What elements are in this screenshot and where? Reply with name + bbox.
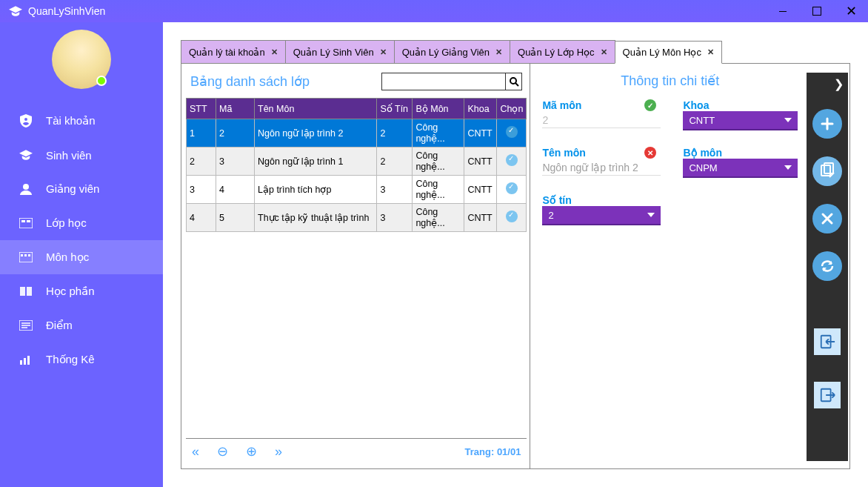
- svg-rect-6: [24, 254, 27, 256]
- plus-icon: [819, 116, 835, 132]
- label-ma-mon: Mã môn: [542, 99, 581, 111]
- add-button[interactable]: [812, 109, 842, 139]
- sidebar-item-lop-hoc[interactable]: Lớp học: [0, 206, 163, 240]
- column-header-bo-mon[interactable]: Bộ Môn: [413, 99, 464, 119]
- sidebar-item-hoc-phan[interactable]: Học phần: [0, 274, 163, 308]
- cell-bomon: Công nghệ...: [413, 204, 464, 232]
- minimize-button[interactable]: [766, 0, 800, 22]
- tab-close-icon[interactable]: ✕: [707, 47, 714, 57]
- sidebar-item-diem[interactable]: Điểm: [0, 308, 163, 342]
- tab-close-icon[interactable]: ✕: [601, 47, 607, 57]
- table-row[interactable]: 4 5 Thực tập kỹ thuật lập trình 3 Công n…: [187, 204, 527, 232]
- copy-edit-icon: [818, 162, 836, 180]
- search-button[interactable]: [505, 73, 521, 90]
- sidebar-item-label: Lớp học: [46, 216, 87, 230]
- tab-label: Quản Lý Lớp Học: [518, 47, 595, 58]
- sidebar-item-label: Thống Kê: [46, 353, 95, 366]
- export-button[interactable]: [814, 382, 841, 408]
- cell-sotin: 2: [377, 148, 413, 176]
- select-bo-mon[interactable]: CNPM: [683, 159, 798, 178]
- arrow-out-icon: [819, 387, 835, 403]
- cell-chon[interactable]: [497, 119, 527, 148]
- maximize-button[interactable]: [800, 0, 834, 22]
- close-button[interactable]: ✕: [834, 0, 868, 22]
- import-button[interactable]: [814, 328, 841, 355]
- online-status-icon: [96, 76, 107, 86]
- table-row[interactable]: 2 3 Ngôn ngữ lập trình 1 2 Công nghệ... …: [187, 148, 527, 176]
- pager-prev-button[interactable]: ⊖: [217, 443, 228, 460]
- cell-bomon: Công nghệ...: [413, 148, 464, 176]
- shield-user-icon: [18, 114, 34, 127]
- pager-first-button[interactable]: «: [192, 444, 199, 460]
- column-header-chon[interactable]: Chọn: [497, 99, 527, 119]
- cell-sotin: 3: [377, 204, 413, 232]
- tab-quan-ly-sinh-vien[interactable]: Quản Lý Sinh Viên ✕: [285, 40, 395, 63]
- refresh-icon: [820, 259, 835, 274]
- duplicate-button[interactable]: [812, 156, 842, 186]
- column-header-khoa[interactable]: Khoa: [464, 99, 497, 119]
- column-header-ma[interactable]: Mã: [216, 99, 255, 119]
- data-table: STT Mã Tên Môn Số Tín Bộ Môn Khoa Chọn 1: [186, 98, 527, 232]
- column-header-ten-mon[interactable]: Tên Môn: [255, 99, 377, 119]
- cell-ten: Lập trình tích hợp: [255, 176, 377, 204]
- value-ten-mon[interactable]: Ngôn ngữ lập trình 2: [542, 162, 661, 176]
- svg-rect-9: [20, 360, 22, 365]
- avatar[interactable]: [52, 30, 111, 89]
- tab-close-icon[interactable]: ✕: [380, 47, 387, 57]
- svg-rect-2: [21, 220, 25, 222]
- pager-last-button[interactable]: »: [275, 444, 282, 460]
- content-area: Quản lý tài khoản ✕ Quản Lý Sinh Viên ✕ …: [163, 22, 868, 487]
- cell-chon[interactable]: [497, 204, 527, 232]
- tab-quan-ly-tai-khoan[interactable]: Quản lý tài khoản ✕: [181, 40, 286, 63]
- svg-point-12: [510, 78, 516, 84]
- cell-khoa: CNTT: [464, 119, 497, 148]
- detail-panel: Thông tin chi tiết Mã môn ✓ 2 Khoa CNTT: [530, 64, 849, 468]
- pager-next-button[interactable]: ⊕: [246, 443, 257, 460]
- sidebar-item-giang-vien[interactable]: Giảng viên: [0, 172, 163, 206]
- label-so-tin: Số tín: [542, 194, 571, 206]
- table-row[interactable]: 3 4 Lập trình tích hợp 3 Công nghệ... CN…: [187, 176, 527, 204]
- field-khoa: Khoa CNTT: [683, 99, 798, 130]
- tab-label: Quản Lý Sinh Viên: [293, 47, 374, 58]
- cell-chon[interactable]: [497, 148, 527, 176]
- sidebar-item-mon-hoc[interactable]: Môn học: [0, 240, 163, 274]
- sidebar-item-sinh-vien[interactable]: Sinh viên: [0, 138, 163, 172]
- pager-bar: « ⊖ ⊕ » Trang: 01/01: [186, 438, 527, 464]
- expand-strip-button[interactable]: ❯: [834, 77, 848, 91]
- tab-quan-ly-mon-hoc[interactable]: Quản Lý Môn Học ✕: [615, 41, 722, 64]
- tab-quan-ly-giang-vien[interactable]: Quản Lý Giảng Viên ✕: [394, 40, 510, 63]
- cell-ma: 2: [216, 119, 255, 148]
- sidebar-item-label: Môn học: [46, 251, 89, 264]
- tab-close-icon[interactable]: ✕: [495, 47, 502, 57]
- field-ma-mon: Mã môn ✓ 2: [542, 99, 661, 130]
- tab-quan-ly-lop-hoc[interactable]: Quản Lý Lớp Học ✕: [510, 40, 615, 63]
- cell-stt: 1: [187, 119, 216, 148]
- book-icon: [18, 285, 34, 298]
- column-header-stt[interactable]: STT: [187, 99, 216, 119]
- chart-icon: [18, 353, 34, 366]
- search-input[interactable]: [382, 73, 505, 90]
- sidebar-item-thong-ke[interactable]: Thống Kê: [0, 342, 163, 377]
- select-so-tin[interactable]: 2: [542, 206, 661, 225]
- svg-rect-3: [27, 220, 30, 222]
- user-icon: [18, 182, 34, 196]
- score-icon: [18, 319, 34, 332]
- check-icon: [506, 154, 518, 166]
- value-ma-mon[interactable]: 2: [542, 114, 661, 128]
- delete-button[interactable]: [812, 204, 842, 233]
- cell-stt: 2: [187, 148, 216, 176]
- list-panel: Bảng danh sách lớp STT Mã Tên Môn: [181, 64, 530, 468]
- cell-chon[interactable]: [497, 176, 527, 204]
- cell-ma: 4: [216, 176, 255, 204]
- arrow-in-icon: [819, 334, 835, 350]
- svg-rect-7: [28, 254, 30, 256]
- refresh-button[interactable]: [812, 251, 842, 281]
- tab-close-icon[interactable]: ✕: [271, 47, 278, 57]
- sidebar-item-tai-khoan[interactable]: Tài khoản: [0, 104, 163, 138]
- label-ten-mon: Tên môn: [542, 147, 585, 159]
- svg-rect-4: [19, 252, 33, 262]
- sidebar-item-label: Học phần: [46, 285, 95, 298]
- column-header-so-tin[interactable]: Số Tín: [377, 99, 413, 119]
- select-khoa[interactable]: CNTT: [683, 111, 798, 130]
- table-row[interactable]: 1 2 Ngôn ngữ lập trình 2 2 Công nghệ... …: [187, 119, 527, 148]
